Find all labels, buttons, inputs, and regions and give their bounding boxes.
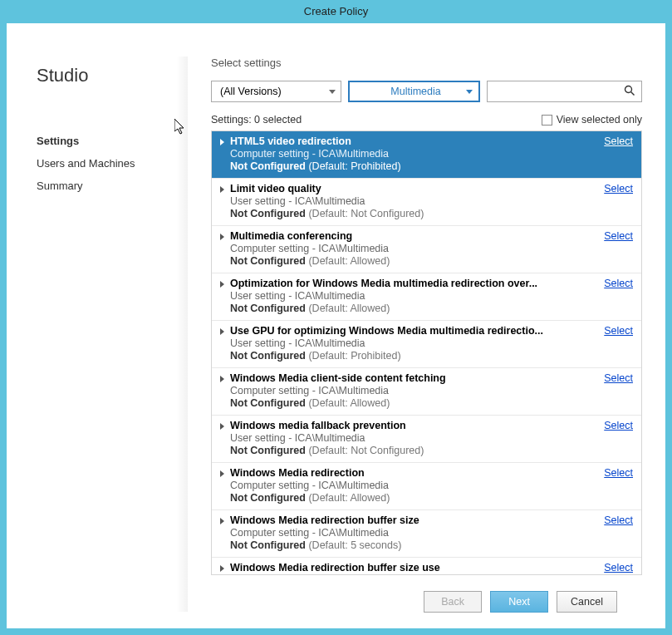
section-label: Select settings [211, 57, 642, 69]
search-input[interactable] [493, 81, 624, 101]
setting-row[interactable]: Optimization for Windows Media multimedi… [212, 273, 641, 321]
search-box[interactable] [487, 81, 642, 102]
setting-row[interactable]: Windows Media client-side content fetchi… [212, 368, 641, 416]
version-filter-value: (All Versions) [220, 86, 282, 97]
setting-scope: User setting - ICA\Multimedia [230, 432, 633, 444]
setting-title: Windows Media client-side content fetchi… [230, 372, 446, 384]
expand-arrow-icon [220, 376, 224, 382]
setting-title: Optimization for Windows Media multimedi… [230, 278, 537, 289]
setting-scope: User setting - ICA\Multimedia [230, 290, 633, 302]
view-selected-only-checkbox[interactable]: View selected only [542, 114, 642, 126]
nav-item-users-and-machines[interactable]: Users and Machines [37, 152, 188, 175]
expand-arrow-icon [220, 328, 224, 335]
select-link[interactable]: Select [604, 467, 633, 479]
setting-row[interactable]: Windows media fallback preventionSelectU… [212, 416, 641, 463]
setting-title: Windows Media redirection buffer size us… [230, 562, 440, 573]
view-selected-only-label: View selected only [557, 114, 642, 126]
setting-scope: Computer setting - ICA\Multimedia [230, 527, 633, 539]
setting-scope: Computer setting - ICA\Multimedia [230, 480, 633, 491]
setting-row[interactable]: Limit video qualitySelectUser setting - … [212, 179, 641, 226]
next-button[interactable]: Next [490, 591, 548, 613]
main-panel: Select settings (All Versions) Multimedi… [188, 23, 665, 628]
category-filter-dropdown[interactable]: Multimedia [348, 81, 480, 102]
checkbox-icon [542, 115, 552, 126]
category-filter-value: Multimedia [357, 86, 474, 97]
setting-status: Not Configured (Default: Not Configured) [230, 208, 633, 219]
setting-row[interactable]: HTML5 video redirectionSelectComputer se… [212, 131, 641, 179]
setting-status: Not Configured (Default: Allowed) [230, 255, 633, 267]
window-title: Create Policy [0, 0, 672, 23]
nav-item-settings[interactable]: Settings [37, 130, 188, 152]
setting-scope: Computer setting - ICA\Multimedia [230, 385, 633, 396]
setting-title: Windows media fallback prevention [230, 420, 406, 431]
search-icon[interactable] [624, 85, 635, 99]
setting-title: Windows Media redirection buffer size [230, 514, 419, 526]
setting-title: Windows Media redirection [230, 467, 365, 479]
select-link[interactable]: Select [604, 135, 633, 147]
setting-title: Multimedia conferencing [230, 230, 352, 242]
setting-row[interactable]: Multimedia conferencingSelectComputer se… [212, 226, 641, 273]
select-link[interactable]: Select [604, 183, 633, 194]
cancel-button[interactable]: Cancel [557, 591, 617, 613]
sidebar: Studio SettingsUsers and MachinesSummary [7, 23, 188, 628]
expand-arrow-icon [220, 234, 224, 240]
setting-status: Not Configured (Default: Allowed) [230, 492, 633, 504]
chevron-down-icon [329, 90, 336, 94]
filter-row: (All Versions) Multimedia [211, 81, 642, 102]
setting-row[interactable]: Use GPU for optimizing Windows Media mul… [212, 321, 641, 368]
select-link[interactable]: Select [604, 230, 633, 242]
select-link[interactable]: Select [604, 325, 633, 337]
version-filter-dropdown[interactable]: (All Versions) [211, 81, 341, 102]
select-link[interactable]: Select [604, 420, 633, 431]
expand-arrow-icon [220, 139, 224, 145]
wizard-footer: Back Next Cancel [211, 575, 642, 628]
setting-status: Not Configured (Default: Prohibited) [230, 350, 633, 362]
expand-arrow-icon [220, 423, 224, 430]
chevron-down-icon [466, 90, 473, 94]
select-link[interactable]: Select [604, 372, 633, 384]
setting-status: Not Configured (Default: Prohibited) [230, 160, 633, 172]
select-link[interactable]: Select [604, 278, 633, 289]
setting-title: Use GPU for optimizing Windows Media mul… [230, 325, 543, 337]
settings-count: Settings: 0 selected [211, 114, 302, 126]
expand-arrow-icon [220, 565, 224, 572]
svg-line-1 [631, 91, 635, 95]
select-link[interactable]: Select [604, 514, 633, 526]
setting-row[interactable]: Windows Media redirection buffer size us… [212, 558, 641, 575]
setting-status: Not Configured (Default: Allowed) [230, 397, 633, 409]
expand-arrow-icon [220, 470, 224, 477]
select-link[interactable]: Select [604, 562, 633, 573]
setting-scope: User setting - ICA\Multimedia [230, 195, 633, 207]
settings-list[interactable]: HTML5 video redirectionSelectComputer se… [211, 130, 642, 575]
setting-status: Not Configured (Default: 5 seconds) [230, 539, 633, 551]
svg-point-0 [625, 86, 632, 92]
nav-item-summary[interactable]: Summary [37, 175, 188, 197]
expand-arrow-icon [220, 281, 224, 288]
back-button[interactable]: Back [424, 591, 482, 613]
setting-scope: Computer setting - ICA\Multimedia [230, 148, 633, 160]
app-title: Studio [37, 65, 188, 86]
setting-scope: Computer setting - ICA\Multimedia [230, 243, 633, 254]
setting-row[interactable]: Windows Media redirectionSelectComputer … [212, 463, 641, 510]
expand-arrow-icon [220, 186, 224, 193]
expand-arrow-icon [220, 518, 224, 524]
setting-title: Limit video quality [230, 183, 321, 194]
setting-row[interactable]: Windows Media redirection buffer sizeSel… [212, 510, 641, 558]
setting-status: Not Configured (Default: Not Configured) [230, 445, 633, 456]
setting-scope: User setting - ICA\Multimedia [230, 337, 633, 349]
setting-status: Not Configured (Default: Allowed) [230, 303, 633, 314]
setting-title: HTML5 video redirection [230, 135, 351, 147]
